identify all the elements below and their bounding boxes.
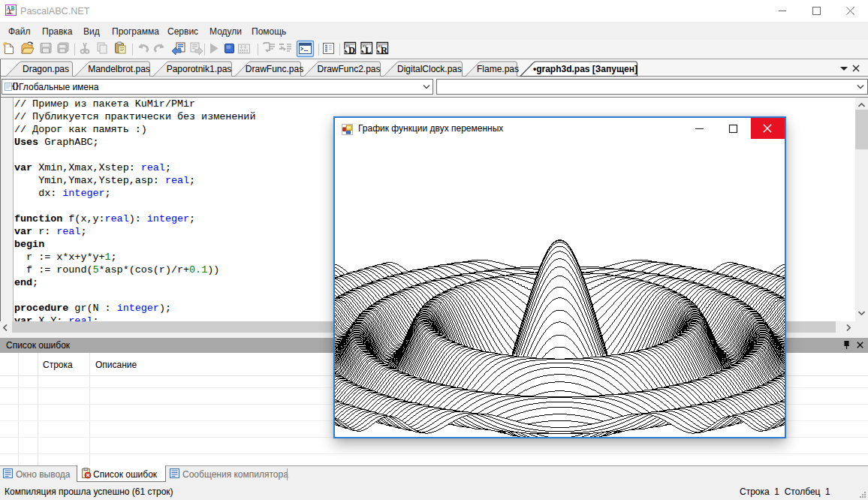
svg-text:Dragon.pas: Dragon.pas [23,64,69,74]
svg-text:DrawFunc2.pas: DrawFunc2.pas [317,64,380,74]
svg-text:Paporotnik1.pas: Paporotnik1.pas [167,64,232,74]
svg-text:DrawFunc.pas: DrawFunc.pas [246,64,303,74]
svg-text:R: R [381,45,388,56]
svg-text:DigitalClock.pas: DigitalClock.pas [397,64,462,74]
svg-text:D: D [348,45,355,56]
svg-text:Flame.pas: Flame.pas [477,64,519,74]
svg-text:Mandelbrot.pas: Mandelbrot.pas [88,64,150,74]
svg-text:•graph3d.pas [Запущен]: •graph3d.pas [Запущен] [533,64,637,74]
svg-text:L: L [365,45,371,56]
svg-text:.net: .net [6,11,12,15]
